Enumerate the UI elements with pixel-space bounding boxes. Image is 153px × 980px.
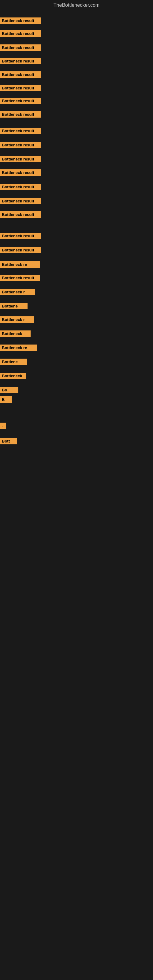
bottleneck-result-bar: Bottleneck result	[0, 58, 41, 64]
bottleneck-result-bar: Bottleneck r	[0, 317, 33, 323]
bottleneck-result-bar: Bottleneck result	[0, 275, 40, 281]
bottleneck-result-bar: Bottleneck r	[0, 289, 35, 295]
bottleneck-result-bar: Bo	[0, 387, 18, 393]
bottleneck-result-bar: Bottleneck result	[0, 247, 41, 253]
bottleneck-result-bar: Bottleneck result	[0, 72, 41, 78]
bottleneck-result-bar: Bott	[0, 438, 17, 444]
bottleneck-result-bar: Bottleneck result	[0, 18, 41, 24]
bottleneck-result-bar: Bottleneck result	[0, 45, 41, 51]
bottleneck-result-bar: Bottleneck	[0, 331, 30, 337]
bottleneck-result-bar: Bottleneck result	[0, 211, 41, 218]
bottleneck-result-bar: Bottleneck result	[0, 111, 41, 118]
bottleneck-result-bar: Bottleneck result	[0, 85, 41, 91]
bottleneck-result-bar: Bottlene	[0, 303, 27, 309]
bottleneck-result-bar: Bottleneck result	[0, 30, 41, 37]
bottleneck-result-bar: Bottleneck	[0, 373, 26, 379]
bottleneck-result-bar: .	[0, 423, 6, 429]
bottleneck-result-bar: Bottleneck result	[0, 156, 41, 162]
bottleneck-result-bar: B	[0, 396, 12, 403]
bottleneck-result-bar: Bottleneck re	[0, 261, 40, 268]
bottleneck-result-bar: Bottleneck result	[0, 142, 41, 148]
bottleneck-result-bar: Bottleneck result	[0, 233, 41, 239]
bottleneck-result-bar: Bottlene	[0, 359, 27, 365]
bottleneck-result-bar: Bottleneck result	[0, 128, 41, 134]
bottleneck-result-bar: Bottleneck result	[0, 198, 41, 204]
bottleneck-result-bar: Bottleneck result	[0, 98, 41, 104]
site-title: TheBottlenecker.com	[0, 0, 153, 10]
bottleneck-result-bar: Bottleneck result	[0, 169, 41, 176]
bottleneck-result-bar: Bottleneck re	[0, 345, 37, 351]
bottleneck-result-bar: Bottleneck result	[0, 184, 41, 190]
